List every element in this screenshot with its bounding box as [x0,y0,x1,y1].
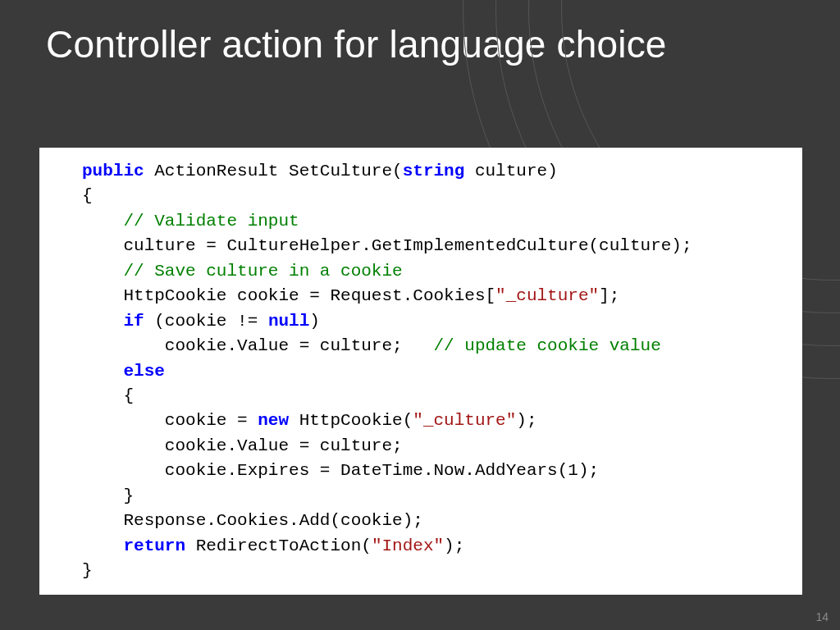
code-block: public ActionResult SetCulture(string cu… [39,148,802,595]
slide: Controller action for language choice pu… [0,0,840,630]
page-number: 14 [815,610,829,623]
slide-title: Controller action for language choice [0,0,840,66]
code-content: public ActionResult SetCulture(string cu… [49,159,792,583]
